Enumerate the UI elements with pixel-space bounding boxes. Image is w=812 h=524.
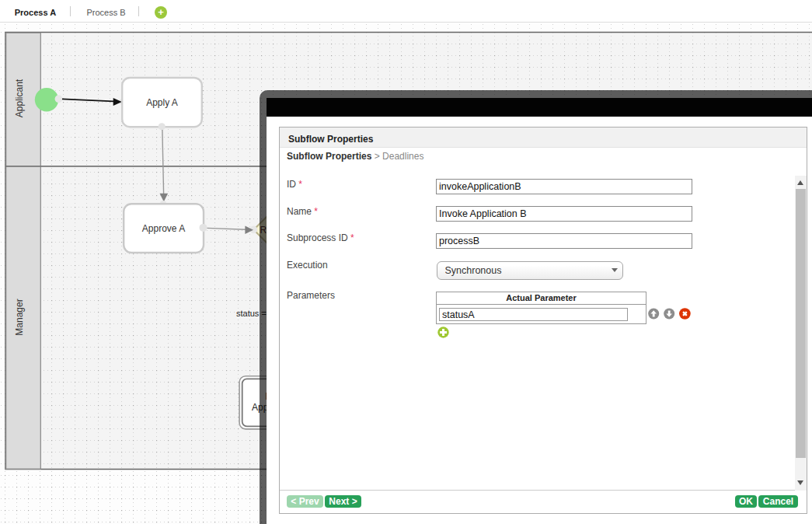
svg-text:Manager: Manager — [14, 299, 25, 335]
svg-text:Apply A: Apply A — [146, 97, 178, 108]
svg-text:Approve A: Approve A — [142, 223, 185, 234]
svg-text:Applicant: Applicant — [14, 79, 25, 117]
